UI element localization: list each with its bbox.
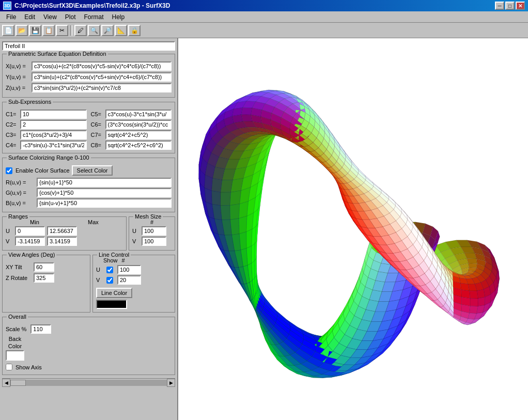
c6-label: C6= [91,121,105,128]
c5-input[interactable] [105,110,172,119]
y-equation-input[interactable] [32,72,172,82]
surface-name-input[interactable] [2,41,175,51]
v-min-input[interactable] [15,237,45,246]
c4-row: C4= [6,141,87,150]
u-range-label: U [6,228,13,234]
c7-input[interactable] [105,130,172,139]
name-field-container [2,41,175,51]
c4-label: C4= [6,142,20,148]
scale-label: Scale % [6,326,26,332]
line-v-checkbox[interactable] [106,277,113,284]
x-equation-input[interactable] [32,61,172,71]
g-formula-label: G(u,v) = [6,190,37,196]
u-min-input[interactable] [15,226,45,236]
equation-group: Parametric Surface Equation Definition X… [2,54,175,98]
xy-tilt-input[interactable] [34,262,54,272]
c8-row: C8= [91,141,172,150]
menu-view[interactable]: View [39,12,61,22]
new-button[interactable]: 📄 [2,25,14,36]
ranges-header: Min Max [6,219,123,225]
copy-button[interactable]: 📋 [42,25,55,36]
g-formula-input[interactable] [37,188,172,197]
line-control-label: Line Control [97,252,131,258]
cut-button[interactable]: ✂ [56,25,68,36]
mesh-u-input[interactable] [142,226,166,236]
enable-color-checkbox[interactable] [6,167,12,174]
menu-file[interactable]: File [2,12,20,22]
scroll-thumb[interactable] [10,380,26,386]
save-button[interactable]: 💾 [29,25,41,36]
maximize-button[interactable]: □ [505,2,515,10]
c2-input[interactable] [20,120,87,129]
b-formula-row: B(u,v) = [6,198,172,208]
c4-input[interactable] [20,141,87,150]
line-u-checkbox[interactable] [106,267,113,273]
menu-edit[interactable]: Edit [20,12,39,22]
back-color-label2: Color [8,343,22,349]
mesh-v-input[interactable] [142,237,166,246]
mesh-v-row: V [132,237,172,246]
open-button[interactable]: 📂 [15,25,28,36]
scroll-left-button[interactable]: ◀ [2,379,10,387]
back-color-swatch[interactable] [6,350,24,361]
overall-label: Overall [7,314,28,320]
c6-row: C6= [91,120,172,129]
c1-label: C1= [6,111,20,117]
view-angles-group: View Angles (Deg) XY Tilt Z Rotate [2,255,90,313]
menu-bar: File Edit View Plot Format Help [0,11,528,23]
show-axis-checkbox[interactable] [6,364,12,370]
r-formula-label: R(u,v) = [6,179,37,185]
3d-canvas[interactable] [178,38,528,420]
ranges-mesh-section: Ranges Min Max U V Mesh Size [2,216,175,251]
menu-plot[interactable]: Plot [61,12,80,22]
line-u-count-input[interactable] [117,265,141,274]
ranges-group: Ranges Min Max U V [2,216,127,251]
z-rotate-row: Z Rotate [6,273,87,283]
c3-input[interactable] [20,130,87,139]
line-v-row: V [96,275,172,285]
line-u-row: U [96,265,172,274]
xy-tilt-row: XY Tilt [6,262,87,272]
u-max-input[interactable] [47,226,77,236]
line-v-count-input[interactable] [117,275,141,285]
line-color-button[interactable]: Line Color [96,288,132,298]
toolbar: 📄 📂 💾 📋 ✂ 🖊 🔍 🔎 📐 🔒 [0,23,528,38]
z-eq-label: Z(u,v) = [6,85,32,91]
mesh-header: # [132,219,172,225]
v-max-input[interactable] [47,237,77,246]
menu-format[interactable]: Format [80,12,108,22]
b-formula-input[interactable] [37,198,172,208]
z-rotate-label: Z Rotate [6,275,32,281]
right-panel-3d [178,38,528,420]
scroll-track[interactable] [10,380,167,386]
mesh-u-row: U [132,226,172,236]
scale-input[interactable] [30,324,51,334]
color-enable-row: Enable Color Surface Select Color [6,165,172,176]
r-formula-input[interactable] [37,178,172,187]
c1-input[interactable] [20,110,87,119]
ranges-max-header: Max [88,219,99,225]
b-formula-label: B(u,v) = [6,200,37,206]
z-equation-input[interactable] [32,83,172,92]
c7-row: C7= [91,130,172,139]
select-color-button[interactable]: Select Color [72,165,113,176]
c8-input[interactable] [105,141,172,150]
zoom-in-button[interactable]: 🔍 [88,25,100,36]
draw-button[interactable]: 🖊 [74,25,87,36]
mesh-u-label: U [132,228,139,234]
c6-input[interactable] [105,120,172,129]
title-bar-buttons: ─ □ ✕ [495,2,525,10]
measure-button[interactable]: 📐 [115,25,127,36]
title-bar: 3D C:\Projects\SurfX3D\Examples\Trefoil2… [0,0,528,11]
lock-button[interactable]: 🔒 [128,25,141,36]
close-button[interactable]: ✕ [516,2,525,10]
z-rotate-input[interactable] [34,273,54,283]
minimize-button[interactable]: ─ [495,2,504,10]
c3-label: C3= [6,132,20,138]
menu-help[interactable]: Help [108,12,129,22]
g-formula-row: G(u,v) = [6,188,172,197]
scroll-right-button[interactable]: ▶ [167,379,175,387]
c8-label: C8= [91,142,105,148]
zoom-out-button[interactable]: 🔎 [101,25,114,36]
ranges-min-header: Min [30,219,39,225]
